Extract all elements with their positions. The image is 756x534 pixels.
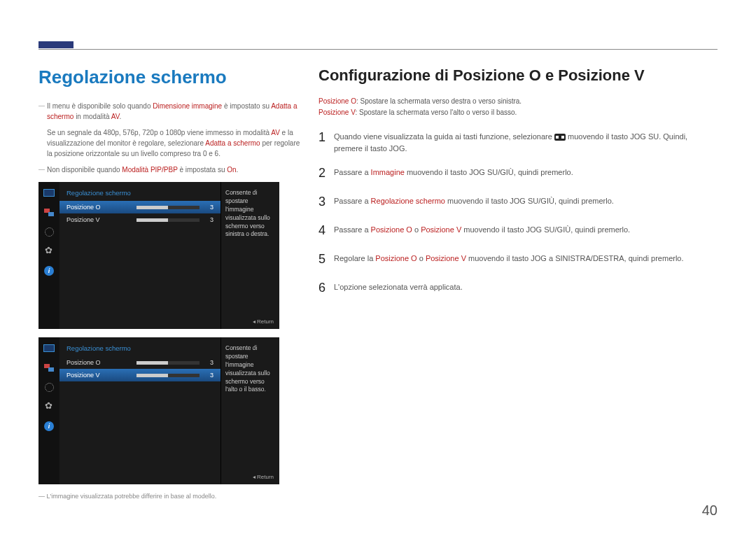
t: Non disponibile quando — [47, 166, 122, 174]
t: in modalità — [74, 113, 111, 120]
t: è impostato su — [222, 102, 271, 110]
value: 3 — [205, 359, 214, 366]
gear-icon — [43, 246, 55, 256]
t: muovendo il tasto JOG SU/GIÙ, quindi pre… — [405, 168, 573, 176]
t: AV — [111, 113, 120, 120]
step-text: Passare a Posizione O o Posizione V muov… — [334, 221, 718, 240]
info-icon: i — [43, 421, 55, 431]
step-number: 2 — [318, 164, 334, 183]
osd-sidebar: i — [38, 337, 59, 484]
def-o: Posizione O: Spostare la schermata verso… — [318, 96, 718, 107]
value: 3 — [205, 204, 214, 211]
pip-icon — [43, 363, 55, 372]
header-rule — [38, 49, 718, 50]
menu-icon — [554, 134, 566, 141]
steps-list: 1 Quando viene visualizzata la guida ai … — [318, 128, 718, 297]
t: . — [237, 166, 239, 174]
note-1-sub: Se un segnale da 480p, 576p, 720p o 1080… — [47, 127, 304, 159]
t: . — [119, 113, 121, 120]
t: : Spostare la schermata verso l'alto o v… — [355, 108, 517, 116]
slider-bar — [136, 206, 200, 209]
note-1: ― Il menu è disponibile solo quando Dime… — [38, 101, 304, 122]
t: Posizione V — [318, 108, 355, 116]
t: Posizione O — [371, 225, 412, 234]
t: muovendo il tasto JOG SU/GIÙ, quindi pre… — [461, 225, 630, 234]
t: Regolazione schermo — [371, 197, 445, 205]
osd-description: Consente di spostare l'immagine visualiz… — [220, 182, 279, 329]
step-text: Passare a Regolazione schermo muovendo i… — [334, 192, 718, 211]
t: Passare a — [334, 197, 371, 205]
osd-description: Consente di spostare l'immagine visualiz… — [220, 337, 279, 484]
label: Posizione O — [66, 204, 136, 211]
dash-icon: ― — [38, 101, 47, 122]
t: o — [412, 225, 421, 234]
t: Posizione O — [375, 254, 416, 262]
t: Posizione V — [421, 225, 461, 234]
step-3: 3 Passare a Regolazione schermo muovendo… — [318, 192, 718, 211]
osd-main: Regolazione schermo Posizione O 3 Posizi… — [59, 182, 220, 329]
t: Modalità PIP/PBP — [122, 166, 177, 174]
t: : Spostare la schermata verso destra o v… — [356, 97, 522, 105]
t: Passare a — [334, 168, 371, 176]
note-text: Non disponibile quando Modalità PIP/PBP … — [47, 164, 304, 175]
t: Passare a — [334, 225, 371, 234]
page-content: Regolazione schermo ― Il menu è disponib… — [38, 66, 718, 500]
circle-icon — [43, 227, 55, 237]
step-text: Regolare la Posizione O o Posizione V mu… — [334, 250, 718, 269]
slider-bar — [136, 374, 200, 377]
osd-title: Regolazione schermo — [59, 182, 220, 201]
t: L'immagine visualizzata potrebbe differi… — [47, 493, 217, 500]
osd-title: Regolazione schermo — [59, 337, 220, 356]
def-v: Posizione V: Spostare la schermata verso… — [318, 107, 718, 118]
osd-screenshot-2: i Regolazione schermo Posizione O 3 Posi… — [38, 337, 279, 484]
step-number: 1 — [318, 128, 334, 154]
t: Adatta a schermo — [205, 139, 260, 147]
definitions: Posizione O: Spostare la schermata verso… — [318, 96, 718, 118]
step-number: 6 — [318, 279, 334, 297]
section-heading: Regolazione schermo — [38, 66, 304, 88]
monitor-icon — [43, 343, 55, 353]
step-text: Passare a Immagine muovendo il tasto JOG… — [334, 164, 718, 183]
t: Quando viene visualizzata la guida ai ta… — [334, 132, 554, 141]
slider-bar — [136, 218, 200, 222]
t: è impostata su — [178, 166, 227, 174]
t: muovendo il tasto JOG SU/GIÙ, quindi pre… — [445, 197, 614, 205]
t: Il menu è disponibile solo quando — [47, 102, 153, 110]
slider-bar — [136, 361, 200, 365]
osd-item-pos-v: Posizione V 3 — [59, 369, 220, 381]
step-2: 2 Passare a Immagine muovendo il tasto J… — [318, 164, 718, 183]
right-column: Configurazione di Posizione O e Posizion… — [318, 66, 718, 307]
note-2: ― Non disponibile quando Modalità PIP/PB… — [38, 164, 304, 175]
t: Regolare la — [334, 254, 375, 262]
label: Posizione V — [66, 372, 136, 379]
osd-return: ◂ Return — [253, 318, 274, 325]
step-number: 3 — [318, 192, 334, 211]
info-icon: i — [43, 266, 55, 276]
value: 3 — [205, 216, 214, 223]
note-text: Il menu è disponibile solo quando Dimens… — [47, 101, 304, 122]
t: Return — [257, 318, 274, 325]
osd-item-pos-o: Posizione O 3 — [59, 356, 220, 369]
t: AV — [271, 129, 280, 136]
step-6: 6 L'opzione selezionata verrà applicata. — [318, 279, 718, 297]
step-number: 4 — [318, 221, 334, 240]
dash-icon: ― — [38, 164, 47, 175]
osd-item-pos-v: Posizione V 3 — [59, 213, 220, 226]
t: muovendo il tasto JOG a SINISTRA/DESTRA,… — [466, 254, 684, 262]
step-text: L'opzione selezionata verrà applicata. — [334, 279, 718, 297]
left-column: Regolazione schermo ― Il menu è disponib… — [38, 66, 304, 500]
page-number: 40 — [702, 503, 718, 519]
t: Return — [257, 474, 274, 480]
subsection-heading: Configurazione di Posizione O e Posizion… — [318, 66, 718, 85]
t: Posizione O — [318, 97, 356, 105]
monitor-icon — [43, 188, 55, 197]
header-accent — [38, 41, 74, 48]
osd-screenshot-1: i Regolazione schermo Posizione O 3 Posi… — [38, 182, 279, 329]
osd-return: ◂ Return — [253, 474, 274, 480]
osd-item-pos-o: Posizione O 3 — [59, 201, 220, 213]
value: 3 — [205, 372, 214, 379]
t: Immagine — [371, 168, 405, 176]
t: Dimensione immagine — [153, 102, 222, 110]
t: Se un segnale da 480p, 576p, 720p o 1080… — [47, 129, 271, 136]
t: o — [417, 254, 426, 262]
